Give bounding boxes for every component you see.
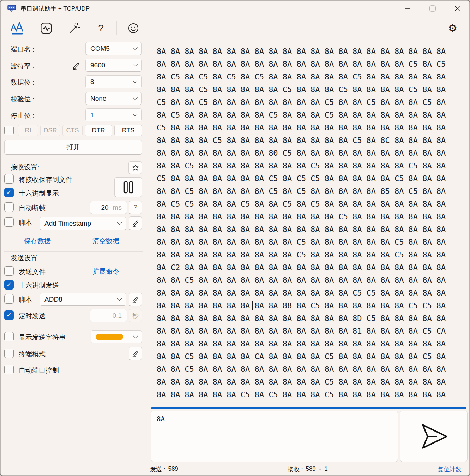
hex-byte: 8A [283,172,297,185]
receive-script-select[interactable]: Add Timestamp [40,217,126,230]
close-button[interactable] [452,4,463,13]
hex-byte: 8A [296,274,311,287]
feedback-button[interactable] [126,20,140,36]
pause-button[interactable] [114,177,142,197]
font-settings-button[interactable] [9,20,25,36]
hex-byte: 8A [436,376,451,388]
port-select[interactable]: COM5 [85,42,142,55]
serial-port-app-icon [7,4,16,13]
hex-byte: 8A [409,172,423,185]
terminal-mode-checkbox[interactable] [4,349,14,358]
baud-select[interactable]: 9600 [85,59,142,72]
rts-button[interactable]: RTS [114,125,142,136]
minimize-button[interactable] [402,4,413,13]
hex-send-checkbox[interactable] [4,280,14,290]
hex-byte: 8A [422,198,436,210]
hex-byte: 8A [185,147,199,160]
save-to-file-checkbox[interactable] [4,174,14,184]
hex-byte: 8A [241,134,255,147]
send-script-checkbox[interactable] [4,294,14,304]
baud-edit-pen-icon[interactable] [72,61,81,70]
receive-script-edit-button[interactable] [129,216,142,230]
hex-byte: C5 [269,172,283,185]
hex-byte: 8A [283,45,297,58]
send-file-checkbox[interactable] [4,266,14,276]
signal-checkbox[interactable] [4,126,14,135]
hex-byte: 8A [227,185,241,198]
hex-byte: 8A [394,83,409,96]
hex-byte: 8A [380,121,394,134]
favorite-button[interactable] [128,161,142,174]
send-script-edit-button[interactable] [129,293,142,306]
baud-label: 波特率 : [11,61,35,71]
hex-byte: 8A [213,223,227,236]
hex-byte: 8A [283,261,297,274]
send-input[interactable]: 8A [151,411,398,462]
hex-display-checkbox[interactable] [4,188,14,197]
help-button[interactable]: ? [95,20,107,36]
hex-byte: 8A [241,58,255,71]
hex-byte: C5 [296,172,311,185]
hex-row: 8A8AC58A8A8A8A8AC58AC58A8A8A8A8A858AC58A… [157,185,468,198]
hex-byte: 8A [380,338,394,350]
databits-select[interactable]: 8 [85,75,142,88]
hex-byte: 8A [352,249,367,261]
hex-byte: 8A [296,363,311,376]
hex-byte: C5 [185,363,199,376]
send-settings-title: 发送设置: [11,254,39,263]
open-port-button[interactable]: 打开 [4,140,142,155]
hex-byte: C5 [311,299,325,312]
waveform-plotter-button[interactable] [39,20,53,36]
hex-byte: 8A [325,236,339,249]
hex-byte: 8A [296,71,311,83]
hex-byte: 8A [185,236,199,249]
hex-byte: 8A [436,198,451,210]
hex-byte: 8A [325,160,339,172]
timed-send-checkbox[interactable] [4,310,14,320]
save-data-link[interactable]: 保存数据 [24,237,51,246]
hex-byte: 8A [227,287,241,299]
hex-byte: 8A [185,312,199,325]
parity-select[interactable]: None [85,92,142,105]
hex-byte: 8A [254,160,269,172]
databits-label: 数据位 : [11,78,35,87]
stopbits-select[interactable]: 1 [85,108,142,121]
receive-script-label: 脚本 [19,218,32,227]
hex-byte: 8A [436,312,451,325]
extended-commands-link[interactable]: 扩展命令 [92,267,119,276]
hex-byte: 8A [325,210,339,223]
auto-port-control-checkbox[interactable] [4,365,14,374]
minimize-icon [404,5,411,12]
magic-tools-button[interactable] [67,20,82,36]
hex-byte: 8A [269,96,283,109]
show-send-string-checkbox[interactable] [4,332,14,341]
hex-byte: C5 [269,388,283,401]
timed-send-interval-input[interactable]: 0.1 [90,309,127,322]
terminal-mode-edit-button[interactable] [129,347,142,360]
send-color-select[interactable] [91,330,142,343]
hex-byte: 8A [367,376,381,388]
hex-byte: 8A [311,261,325,274]
send-button[interactable] [400,411,468,462]
chevron-down-icon [133,95,138,100]
send-script-select[interactable]: ADD8 [40,293,126,306]
hex-byte: 8A [283,210,297,223]
hex-byte: 8A [338,350,352,363]
auto-frame-help-button[interactable]: ? [129,201,142,214]
hex-byte: 8A [213,312,227,325]
auto-frame-checkbox[interactable] [4,202,14,212]
reset-counter-link[interactable]: 复位计数 [438,465,462,474]
hex-byte: 8A [325,45,339,58]
clear-data-link[interactable]: 清空数据 [92,237,119,246]
maximize-button[interactable] [427,4,438,13]
hex-output[interactable]: 8A8A8A8A8A8A8A8A8A8A8A8A8A8A8A8A8A8A8A8A… [151,40,468,407]
hex-byte: 8A [157,312,171,325]
dtr-button[interactable]: DTR [85,125,112,136]
hex-byte: 8A [171,121,185,134]
auto-frame-timeout-input[interactable]: 20 ms [90,201,127,214]
receive-script-checkbox[interactable] [4,217,14,227]
hex-byte: 8A [185,338,199,350]
settings-button[interactable]: ⚙ [446,20,460,36]
hex-byte: 8A [269,350,283,363]
hex-byte: 8A [283,376,297,388]
